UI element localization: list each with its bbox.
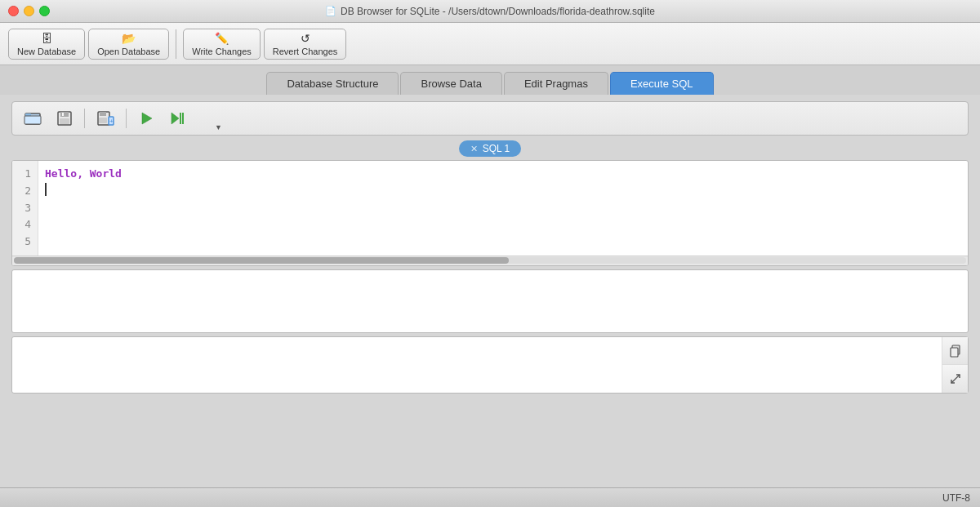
svg-rect-17	[951, 348, 958, 357]
write-changes-label: Write Changes	[192, 47, 252, 56]
editor-text-area[interactable]: Hello, World	[38, 161, 968, 256]
main-toolbar: 🗄 New Database 📂 Open Database ✏️ Write …	[0, 23, 980, 65]
svg-line-18	[951, 375, 960, 383]
scrollbar-thumb[interactable]	[14, 257, 509, 264]
log-actions	[942, 337, 968, 393]
sql-run-all-button[interactable]	[166, 107, 190, 130]
minimize-button[interactable]	[24, 6, 34, 16]
sql-toolbar-separator-1	[84, 109, 85, 128]
write-changes-button[interactable]: ✏️ Write Changes	[183, 29, 261, 60]
titlebar: 📄 DB Browser for SQLite - /Users/dtown/D…	[0, 0, 980, 23]
open-db-label: Open Database	[97, 47, 160, 56]
titlebar-text: 📄 DB Browser for SQLite - /Users/dtown/D…	[325, 6, 655, 17]
sql-toolbar-separator-2	[126, 109, 127, 128]
editor-line-2	[45, 183, 961, 196]
tab-browse-data[interactable]: Browse Data	[400, 72, 501, 95]
cursor	[45, 183, 47, 196]
sql-editor-container: 1 2 3 4 5 Hello, World	[11, 160, 969, 266]
new-db-icon: 🗄	[41, 32, 52, 45]
line-number-1: 1	[19, 166, 31, 183]
line-numbers: 1 2 3 4 5	[12, 161, 38, 256]
svg-marker-13	[172, 113, 179, 124]
dropdown-arrow-icon: ▼	[215, 123, 222, 131]
sql-tab-1[interactable]: ✕ SQL 1	[459, 140, 522, 157]
editor-line-1: Hello, World	[45, 166, 961, 183]
log-content	[12, 337, 942, 393]
sql-run-button[interactable]	[135, 107, 158, 130]
open-database-button[interactable]: 📂 Open Database	[88, 29, 169, 60]
revert-changes-label: Revert Changes	[273, 47, 338, 56]
line-number-2: 2	[19, 183, 31, 200]
tab-execute-sql[interactable]: Execute SQL	[610, 72, 714, 95]
revert-changes-button[interactable]: ↺ Revert Changes	[264, 29, 347, 60]
encoding-label: UTF-8	[942, 492, 970, 504]
line-number-4: 4	[19, 216, 31, 233]
doc-icon: 📄	[325, 6, 336, 16]
main-tabs: Database Structure Browse Data Edit Prag…	[0, 65, 980, 95]
sql-tabs-area: ✕ SQL 1	[11, 140, 969, 157]
svg-rect-9	[99, 118, 107, 123]
toolbar-separator-1	[176, 29, 176, 59]
log-copy-button[interactable]	[942, 337, 968, 366]
sql-toolbar: + ▼	[11, 101, 969, 136]
svg-rect-6	[62, 113, 64, 116]
tab-database-structure[interactable]: Database Structure	[266, 72, 399, 95]
sql-tab-label: SQL 1	[483, 143, 510, 154]
scrollbar-track[interactable]	[14, 257, 966, 264]
result-area	[11, 269, 969, 333]
main-content: + ▼ ✕ SQL 1 1 2 3	[0, 95, 980, 418]
sql-tab-close-icon[interactable]: ✕	[470, 144, 478, 154]
line-number-3: 3	[19, 200, 31, 217]
new-database-button[interactable]: 🗄 New Database	[8, 29, 85, 60]
statusbar: UTF-8	[0, 487, 980, 507]
svg-marker-12	[142, 113, 152, 124]
new-db-label: New Database	[17, 47, 76, 56]
sql-code: Hello, World	[45, 167, 122, 180]
svg-text:+: +	[109, 118, 114, 125]
svg-rect-8	[100, 112, 106, 116]
svg-rect-4	[60, 112, 69, 117]
line-number-5: 5	[19, 233, 31, 251]
write-icon: ✏️	[215, 32, 229, 45]
horizontal-scrollbar[interactable]	[12, 256, 968, 265]
maximize-button[interactable]	[39, 6, 50, 16]
tab-edit-pragmas[interactable]: Edit Pragmas	[504, 72, 608, 95]
window-title: DB Browser for SQLite - /Users/dtown/Dow…	[341, 6, 655, 17]
traffic-lights	[8, 6, 50, 16]
sql-save-button[interactable]	[53, 107, 76, 130]
log-expand-button[interactable]	[942, 365, 968, 393]
log-container	[11, 336, 969, 394]
revert-icon: ↺	[301, 32, 310, 45]
sql-editor[interactable]: 1 2 3 4 5 Hello, World	[12, 161, 968, 256]
sql-saveas-button[interactable]: +	[93, 107, 118, 130]
svg-rect-2	[24, 116, 41, 124]
sql-open-button[interactable]	[20, 107, 45, 130]
open-db-icon: 📂	[122, 32, 136, 45]
svg-rect-5	[60, 118, 69, 124]
close-button[interactable]	[8, 6, 19, 16]
